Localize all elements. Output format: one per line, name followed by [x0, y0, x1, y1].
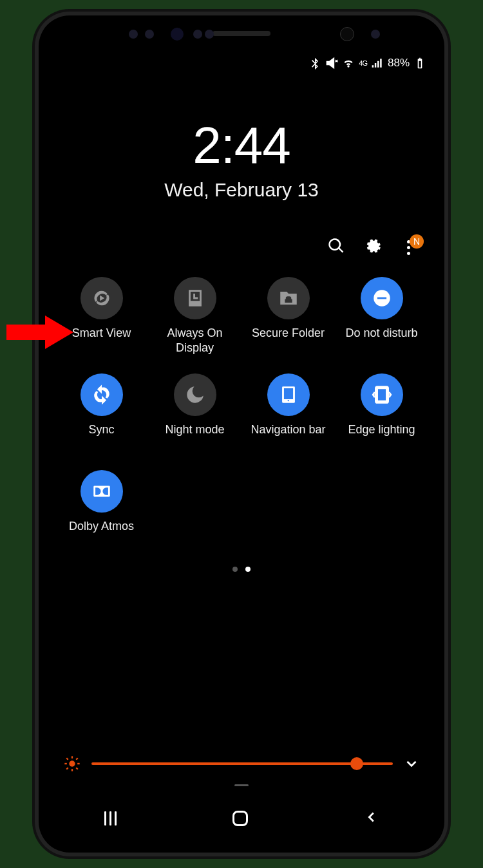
svg-line-8	[66, 758, 68, 759]
screen: 4G 88% 2:44 Wed, February 13 N	[46, 48, 437, 841]
always-on-display-icon	[184, 287, 206, 309]
more-button[interactable]: N	[399, 238, 417, 256]
do-not-disturb-icon	[371, 287, 393, 309]
clock-date: Wed, February 13	[46, 179, 437, 201]
svg-point-3	[69, 760, 75, 766]
tile-smart-view[interactable]: Smart View	[58, 277, 145, 355]
quick-tiles-grid: Smart View Always On Display Secure Fold…	[46, 277, 437, 741]
night-mode-icon	[184, 384, 206, 406]
battery-percent: 88%	[388, 57, 410, 70]
tile-edge-lighting[interactable]: Edge lighting	[338, 373, 425, 452]
page-dot-active	[245, 567, 251, 572]
svg-line-9	[76, 768, 77, 769]
tile-label: Smart View	[72, 326, 131, 355]
sensor-dot	[205, 30, 214, 39]
brightness-icon	[63, 755, 81, 773]
bluetooth-icon	[308, 57, 321, 70]
sensor-dot	[129, 30, 138, 39]
tile-dolby-atmos[interactable]: Dolby Atmos	[58, 470, 145, 549]
speaker-grill	[213, 31, 270, 36]
back-button[interactable]	[365, 810, 379, 827]
tile-label: Edge lighting	[348, 422, 415, 452]
battery-icon	[413, 57, 426, 70]
brightness-thumb[interactable]	[350, 757, 363, 770]
home-button[interactable]	[232, 811, 248, 826]
gear-icon	[363, 237, 381, 255]
svg-rect-1	[377, 297, 386, 299]
front-camera	[340, 27, 354, 41]
clock-area: 2:44 Wed, February 13	[46, 75, 437, 201]
tile-night-mode[interactable]: Night mode	[151, 373, 238, 452]
tile-secure-folder[interactable]: Secure Folder	[245, 277, 332, 355]
sensor-dot	[193, 30, 202, 39]
signal-icon	[371, 57, 384, 70]
status-bar: 4G 88%	[46, 48, 437, 75]
sensor-dot	[371, 30, 380, 39]
settings-button[interactable]	[363, 237, 381, 258]
brightness-slider[interactable]	[91, 762, 393, 765]
page-dot	[232, 567, 238, 572]
tile-sync[interactable]: Sync	[58, 373, 145, 452]
edge-lighting-icon	[371, 384, 393, 406]
tile-do-not-disturb[interactable]: Do not disturb	[338, 277, 425, 355]
dolby-atmos-icon	[91, 480, 113, 502]
drag-handle[interactable]	[46, 784, 437, 796]
tile-label: Dolby Atmos	[69, 519, 134, 549]
mute-icon	[325, 57, 338, 70]
network-label: 4G	[359, 59, 367, 67]
tile-label: Sync	[88, 422, 114, 452]
svg-line-10	[66, 768, 68, 769]
tile-label: Secure Folder	[252, 326, 325, 355]
svg-line-11	[76, 758, 77, 759]
smart-view-icon	[91, 287, 113, 309]
sensor-dot	[145, 30, 154, 39]
tile-navigation-bar[interactable]: Navigation bar	[245, 373, 332, 452]
phone-frame: 4G 88% 2:44 Wed, February 13 N	[39, 15, 444, 853]
tile-label: Night mode	[165, 422, 224, 452]
search-button[interactable]	[327, 237, 345, 258]
action-row: N	[46, 237, 437, 258]
brightness-row	[46, 741, 437, 784]
navigation-bar-icon	[278, 384, 299, 406]
recents-button[interactable]	[104, 811, 117, 826]
expand-brightness-button[interactable]	[403, 755, 420, 772]
wifi-icon	[342, 57, 355, 70]
tile-label: Always On Display	[151, 326, 238, 355]
tile-label: Navigation bar	[251, 422, 325, 452]
search-icon	[327, 237, 345, 255]
tile-always-on-display[interactable]: Always On Display	[151, 277, 238, 355]
tile-label: Do not disturb	[345, 326, 417, 355]
clock-time: 2:44	[46, 116, 437, 175]
navigation-bar	[46, 796, 437, 841]
secure-folder-icon	[278, 287, 299, 309]
sync-icon	[91, 384, 113, 406]
sensor-dot	[171, 28, 184, 41]
notification-badge: N	[410, 234, 424, 249]
page-indicator[interactable]	[58, 567, 425, 572]
